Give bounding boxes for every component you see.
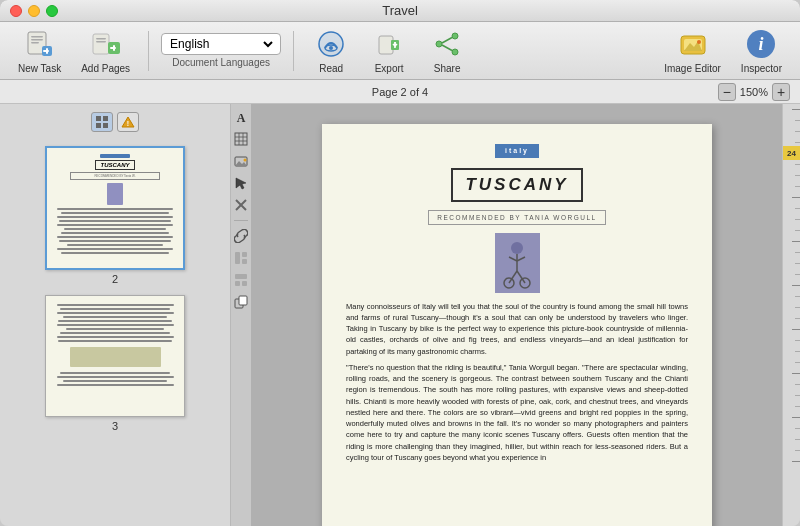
svg-text:i: i [759,34,764,54]
svg-line-22 [442,37,452,43]
svg-rect-12 [110,47,116,49]
svg-rect-33 [103,123,108,128]
svg-rect-30 [96,116,101,121]
thumb-page-3-content [46,296,184,416]
share-button[interactable]: Share [422,24,472,78]
page-main-title: TUSCANY [451,168,582,202]
svg-rect-53 [242,281,247,286]
grid-tool-icon[interactable] [232,249,250,267]
window-controls [10,5,58,17]
body-paragraph-2: "There's no question that the riding is … [346,362,688,463]
close-button[interactable] [10,5,22,17]
layout-tool-icon[interactable] [232,271,250,289]
svg-rect-8 [96,38,106,40]
svg-rect-9 [96,41,106,43]
cursor-tool-icon[interactable] [232,174,250,192]
thumbnail-top-bar: ! [91,112,139,132]
page-body: Many connoisseurs of Italy will tell you… [346,301,688,464]
svg-rect-6 [43,50,49,52]
share-label: Share [434,63,461,74]
inspector-button[interactable]: i Inspector [735,24,788,78]
bike-illustration [346,233,688,293]
svg-rect-31 [103,116,108,121]
export-button[interactable]: Export [364,24,414,78]
warning-icon[interactable]: ! [117,112,139,132]
page-content: italy TUSCANY RECOMMENDED BY Tania Worgu… [322,124,712,526]
zoom-level: 150% [740,86,768,98]
svg-rect-55 [239,296,247,305]
page-title-section: TUSCANY [346,168,688,202]
title-bar: Travel [0,0,800,22]
language-select[interactable]: English [166,36,276,52]
italy-tag: italy [495,144,539,158]
tool-separator [234,220,248,221]
svg-rect-48 [235,252,240,264]
svg-point-21 [436,41,442,47]
thumb-box-2[interactable]: TUSCANY RECOMMENDED BY Tania W. [45,146,185,270]
svg-point-19 [452,33,458,39]
minimize-button[interactable] [28,5,40,17]
close-tool-icon[interactable] [232,196,250,214]
svg-line-23 [442,45,452,51]
table-tool-icon[interactable] [232,130,250,148]
image-editor-icon [677,28,709,60]
read-button[interactable]: Read [306,24,356,78]
svg-rect-17 [379,36,393,54]
add-pages-label: Add Pages [81,63,130,74]
image-tool-icon[interactable] [232,152,250,170]
share-icon [431,28,463,60]
export-icon [373,28,405,60]
body-paragraph-1: Many connoisseurs of Italy will tell you… [346,301,688,357]
thumbnail-panel[interactable]: ! TUSCANY RECOMMENDED BY Tania W. [0,104,230,526]
page-area[interactable]: italy TUSCANY RECOMMENDED BY Tania Worgu… [252,104,782,526]
svg-text:!: ! [127,120,129,127]
ruler-position-marker: 24 [783,146,800,160]
svg-rect-1 [31,36,43,38]
zoom-controls: − 150% + [718,83,790,101]
text-tool-icon[interactable]: A [232,108,250,126]
thumb-page-2-content: TUSCANY RECOMMENDED BY Tania W. [47,148,183,268]
svg-marker-45 [236,178,246,189]
svg-rect-37 [235,133,247,145]
svg-rect-51 [235,274,247,279]
svg-marker-43 [235,161,247,166]
svg-rect-32 [96,123,101,128]
shapes-tool-icon[interactable] [232,293,250,311]
add-pages-icon [90,28,122,60]
inspector-icon: i [745,28,777,60]
svg-rect-52 [235,281,240,286]
maximize-button[interactable] [46,5,58,17]
thumbnail-3-number: 3 [112,420,118,432]
inspector-label: Inspector [741,63,782,74]
svg-rect-50 [242,259,247,264]
thumbnail-3[interactable]: 3 [45,295,185,432]
export-label: Export [375,63,404,74]
image-editor-button[interactable]: Image Editor [658,24,727,78]
zoom-out-button[interactable]: − [718,83,736,101]
language-selector-group: English Document Languages [161,33,281,68]
svg-point-20 [452,49,458,55]
middle-tools-strip: A [230,104,252,526]
toolbar-separator-1 [148,31,149,71]
document-languages-label: Document Languages [172,57,270,68]
svg-point-16 [329,46,333,50]
svg-rect-3 [31,42,39,44]
thumbnail-2[interactable]: TUSCANY RECOMMENDED BY Tania W. [45,146,185,285]
link-tool-icon[interactable] [232,227,250,245]
page-subtitle: RECOMMENDED BY Tania Worgull [346,210,688,225]
thumbnail-view-toggle[interactable] [91,112,113,132]
read-icon [315,28,347,60]
svg-point-57 [511,242,523,254]
right-ruler: 24 [782,104,800,526]
read-label: Read [319,63,343,74]
language-select-wrap[interactable]: English [161,33,281,55]
add-pages-button[interactable]: Add Pages [75,24,136,78]
image-editor-label: Image Editor [664,63,721,74]
sidebar: ! TUSCANY RECOMMENDED BY Tania W. [0,104,230,526]
thumb-box-3[interactable] [45,295,185,417]
zoom-in-button[interactable]: + [772,83,790,101]
svg-rect-2 [31,39,43,41]
new-task-button[interactable]: New Task [12,24,67,78]
window-title: Travel [382,3,418,18]
svg-rect-49 [242,252,247,257]
